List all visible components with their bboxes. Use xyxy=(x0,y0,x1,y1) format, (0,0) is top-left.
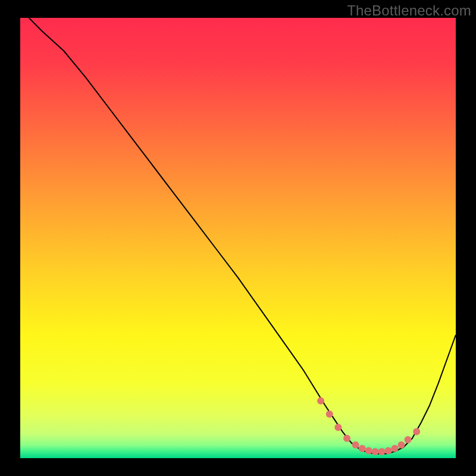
marker-dot xyxy=(334,424,342,431)
marker-dot xyxy=(343,435,350,442)
marker-dot xyxy=(404,436,411,443)
marker-dot xyxy=(378,448,386,455)
chart-frame: TheBottleneck.com xyxy=(0,0,476,476)
marker-dot xyxy=(398,441,405,449)
chart-svg xyxy=(20,18,456,458)
marker-dot xyxy=(352,441,359,449)
marker-dot xyxy=(392,445,399,452)
marker-dot xyxy=(365,447,372,454)
watermark-text: TheBottleneck.com xyxy=(347,2,471,19)
marker-dot xyxy=(413,428,420,436)
marker-dot xyxy=(385,447,392,454)
marker-dot xyxy=(317,397,324,405)
chart-plot-area xyxy=(20,18,456,458)
gradient-background xyxy=(20,18,456,458)
marker-dot xyxy=(326,411,333,418)
marker-dot xyxy=(372,448,379,455)
marker-dot xyxy=(359,445,366,452)
